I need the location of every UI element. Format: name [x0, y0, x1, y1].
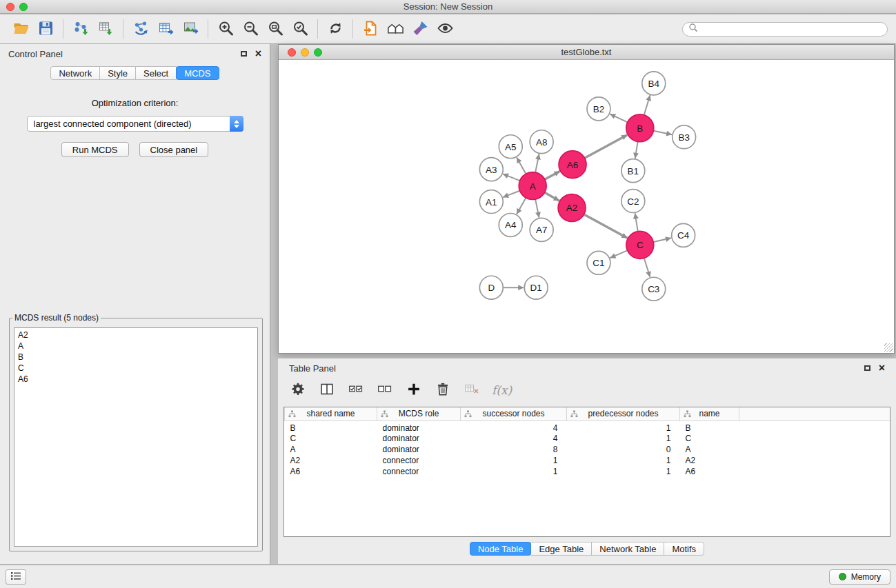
function-builder-button[interactable]: f(x) — [492, 383, 512, 397]
table-cell[interactable]: A6 — [285, 466, 377, 477]
table-cell[interactable]: 1 — [567, 455, 680, 466]
export-network-button[interactable] — [128, 17, 153, 41]
table-row[interactable]: Adominator80A — [285, 444, 890, 455]
close-panel-button[interactable]: Close panel — [139, 142, 209, 157]
table-cell[interactable]: 1 — [567, 466, 680, 477]
column-header-name[interactable]: name — [680, 407, 739, 420]
graph-node-D1[interactable]: D1 — [524, 276, 548, 299]
network-close-button[interactable] — [288, 48, 296, 57]
graph-node-C1[interactable]: C1 — [587, 251, 610, 274]
select-all-rows-button[interactable] — [347, 381, 365, 399]
network-zoom-button[interactable] — [314, 48, 322, 57]
column-header-shared-name[interactable]: shared name — [285, 407, 377, 420]
table-cell[interactable]: A2 — [680, 455, 739, 466]
graph-edge-B-B2[interactable] — [610, 114, 628, 122]
control-tab-mcds[interactable]: MCDS — [176, 66, 219, 80]
column-edit-icon[interactable] — [570, 410, 578, 420]
column-edit-icon[interactable] — [381, 410, 388, 420]
show-hide-button[interactable] — [432, 17, 457, 41]
export-image-button[interactable] — [178, 17, 203, 41]
table-cell[interactable]: 1 — [461, 455, 567, 466]
control-tab-select[interactable]: Select — [135, 66, 177, 80]
graph-edge-A-A1[interactable] — [503, 191, 519, 197]
zoom-window-button[interactable] — [19, 3, 28, 11]
graph-edge-A-A8[interactable] — [535, 154, 539, 172]
graph-node-C4[interactable]: C4 — [672, 223, 695, 247]
table-cell[interactable]: A2 — [285, 455, 377, 466]
control-tab-network[interactable]: Network — [50, 66, 100, 80]
graph-node-A6[interactable]: A6 — [559, 151, 586, 179]
run-mcds-button[interactable]: Run MCDS — [61, 142, 129, 157]
graph-edge-C-C3[interactable] — [644, 258, 650, 277]
graph-node-A8[interactable]: A8 — [530, 130, 553, 154]
import-network-button[interactable] — [68, 17, 93, 41]
graph-edge-A6-B[interactable] — [585, 135, 628, 158]
table-cell[interactable]: B — [285, 420, 377, 433]
memory-button[interactable]: Memory — [829, 569, 890, 585]
style-button[interactable] — [408, 17, 432, 41]
table-row[interactable]: A2connector11A2 — [285, 455, 890, 466]
table-cell[interactable]: A — [680, 444, 739, 455]
graph-edge-B-B3[interactable] — [653, 131, 672, 134]
graph-node-C3[interactable]: C3 — [642, 277, 666, 301]
graph-edge-A-A4[interactable] — [517, 198, 526, 214]
control-tab-style[interactable]: Style — [99, 66, 136, 80]
zoom-out-button[interactable] — [238, 17, 263, 41]
graph-node-B4[interactable]: B4 — [642, 72, 666, 95]
table-cell[interactable]: B — [680, 420, 739, 433]
table-row[interactable]: Bdominator41B — [285, 420, 890, 433]
network-window-titlebar[interactable]: testGlobe.txt — [279, 45, 894, 60]
optimization-dropdown[interactable]: largest connected component (directed) — [27, 116, 243, 132]
graph-node-A4[interactable]: A4 — [499, 213, 522, 236]
graph-edge-B-B4[interactable] — [644, 95, 650, 115]
table-row[interactable]: A6connector11A6 — [285, 466, 890, 477]
graph-edge-A-A5[interactable] — [517, 157, 526, 174]
graph-node-B3[interactable]: B3 — [673, 125, 696, 149]
deselect-all-rows-button[interactable] — [376, 381, 394, 399]
table-cell[interactable]: dominator — [377, 433, 461, 444]
close-table-panel-icon[interactable]: × — [879, 364, 885, 372]
table-cell[interactable]: 8 — [461, 444, 567, 455]
graph-edge-A-A2[interactable] — [545, 192, 559, 201]
graph-node-A2[interactable]: A2 — [558, 194, 586, 222]
mcds-result-item[interactable]: C — [18, 363, 254, 374]
table-tab-network-table[interactable]: Network Table — [591, 542, 664, 556]
graph-edge-C-C2[interactable] — [635, 213, 638, 231]
table-cell[interactable]: dominator — [377, 420, 461, 433]
export-table-button[interactable] — [153, 17, 178, 41]
delete-table-button[interactable] — [463, 381, 481, 399]
mcds-result-item[interactable]: A — [18, 341, 254, 352]
graph-node-D[interactable]: D — [479, 276, 503, 299]
graph-node-A3[interactable]: A3 — [479, 158, 503, 181]
import-table-button[interactable] — [93, 17, 118, 41]
mcds-result-list[interactable]: A2ABCA6 — [14, 327, 258, 547]
zoom-fit-button[interactable] — [263, 17, 288, 41]
refresh-layout-button[interactable] — [323, 17, 348, 41]
column-edit-icon[interactable] — [684, 410, 691, 420]
graph-node-A5[interactable]: A5 — [499, 135, 522, 159]
column-header-MCDS-role[interactable]: MCDS role — [377, 407, 461, 420]
table-cell[interactable]: 4 — [461, 433, 567, 444]
resize-handle[interactable] — [884, 343, 893, 352]
home-button[interactable] — [383, 17, 408, 41]
close-panel-icon[interactable]: × — [255, 50, 261, 58]
table-tab-node-table[interactable]: Node Table — [470, 542, 532, 556]
column-header-successor-nodes[interactable]: successor nodes — [461, 407, 567, 420]
mcds-result-item[interactable]: A2 — [18, 330, 254, 341]
table-tab-edge-table[interactable]: Edge Table — [530, 542, 592, 556]
search-input[interactable] — [698, 24, 882, 34]
table-cell[interactable]: connector — [377, 466, 461, 477]
task-history-button[interactable] — [6, 569, 26, 585]
graph-node-A1[interactable]: A1 — [479, 190, 503, 214]
document-button[interactable] — [358, 17, 383, 41]
table-cell[interactable]: 1 — [461, 466, 567, 477]
graph-edge-C-C1[interactable] — [610, 250, 627, 258]
column-header-predecessor-nodes[interactable]: predecessor nodes — [567, 407, 680, 420]
zoom-selected-button[interactable] — [288, 17, 312, 41]
table-cell[interactable]: C — [680, 433, 739, 444]
graph-edge-A2-C[interactable] — [584, 214, 628, 238]
table-settings-button[interactable] — [289, 381, 307, 399]
graph-node-A7[interactable]: A7 — [530, 218, 553, 241]
column-edit-icon[interactable] — [288, 410, 296, 420]
graph-edge-C-C4[interactable] — [653, 238, 671, 242]
